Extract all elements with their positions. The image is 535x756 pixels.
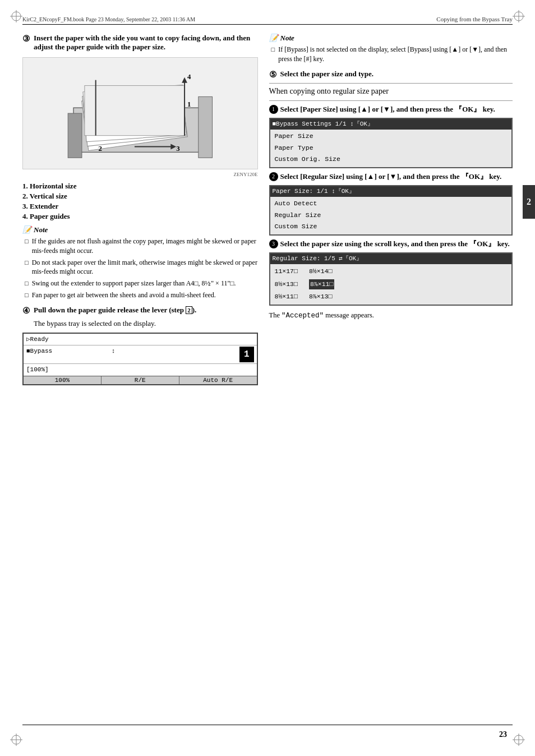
lcd-paper-size-header: Paper Size: 1/1 ↕『OK』 — [270, 186, 511, 197]
note-left-item-2: Do not stack paper over the limit mark, … — [25, 258, 258, 277]
chapter-tab-number: 2 — [527, 197, 531, 207]
lcd-bypass-row-1: Paper Size — [274, 131, 508, 142]
corner-mark-bl — [10, 734, 22, 746]
lcd-percent-row: [100%] — [24, 364, 257, 376]
numbered-list: 1. Horizontal size 2. Vertical size 3. E… — [22, 182, 258, 221]
lcd-bypass-text: ■Bypass ↕ — [26, 347, 115, 362]
step4-number: ④ — [22, 306, 31, 316]
svg-marker-18 — [182, 77, 187, 83]
svg-rect-27 — [199, 96, 213, 158]
list-item-4: 4. Paper guides — [22, 212, 258, 221]
lcd-reg-8half-x11: 8½×11□ — [275, 292, 298, 302]
lcd-ready-row: ▷Ready — [24, 334, 257, 346]
step5-text: Select the paper size and type. — [280, 70, 374, 79]
svg-text:2: 2 — [99, 145, 102, 153]
note-right-label: Note — [280, 34, 294, 43]
svg-rect-26 — [68, 113, 82, 158]
svg-text:4: 4 — [187, 73, 191, 81]
list-item-3: 3. Extender — [22, 202, 258, 211]
right-column: 📝 Note If [Bypass] is not selected on th… — [269, 34, 513, 722]
sub-step-1-circle: 1 — [269, 105, 278, 114]
step4-text: Pull down the paper guide release the le… — [34, 306, 196, 315]
bottom-divider — [22, 725, 513, 725]
note-label: Note — [34, 225, 48, 234]
page-number: 23 — [499, 730, 507, 739]
chapter-tab: 2 — [523, 185, 535, 219]
lcd-footer-re: R/E — [102, 376, 179, 384]
lcd-reg-8x13b: 8⅞×13□ — [309, 292, 332, 302]
note-right-header: 📝 Note — [269, 34, 513, 43]
note-right-item-1: If [Bypass] is not selected on the displ… — [271, 45, 513, 64]
lcd-regular-row-1: 11×17□ 8½×14□ — [274, 265, 508, 278]
lcd-regular-size: Regular Size: 1/5 ⇄『OK』 11×17□ 8½×14□ 8½… — [269, 252, 513, 306]
step3-number: ③ — [22, 34, 31, 44]
lcd-footer: 100% R/E Auto R/E — [24, 376, 257, 384]
list-item-1: 1. Horizontal size — [22, 182, 258, 191]
note-icon: 📝 — [22, 225, 31, 234]
lcd-bypass-num: 1 — [239, 347, 254, 362]
step4-header: ④ Pull down the paper guide release the … — [22, 306, 258, 316]
list-num-2: 2. — [22, 192, 30, 200]
note-left-item-4: Fan paper to get air between the sheets … — [25, 291, 258, 300]
when-copying-heading: When copying onto regular size paper — [269, 87, 513, 96]
lcd-reg-11x17: 11×17□ — [275, 266, 298, 276]
lcd-reg-8x13: 8½×13□ — [275, 279, 298, 289]
note-right: 📝 Note If [Bypass] is not selected on th… — [269, 34, 513, 64]
when-copying-divider — [269, 100, 513, 101]
lcd-regular-row-3: 8½×11□ 8⅞×13□ — [274, 291, 508, 303]
sub-step-3-text: Select the paper size using the scroll k… — [280, 239, 510, 249]
lcd-bypass-row-3: Custom Orig. Size — [274, 154, 508, 165]
list-num-3: 3. — [22, 202, 30, 210]
header-file: KirC2_ENcopyF_FM.book Page 23 Monday, Se… — [22, 16, 195, 22]
diagram-label: ZENY120E — [22, 172, 258, 177]
sub-step-3: 3 Select the paper size using the scroll… — [269, 239, 513, 249]
note-left-item-3: Swing out the extender to support paper … — [25, 279, 258, 288]
lcd-bypass-row: ■Bypass ↕ 1 — [24, 345, 257, 364]
lcd-footer-auto-re: Auto R/E — [179, 376, 257, 384]
sub-step-2-text: Select [Regular Size] using [▲] or [▼], … — [280, 172, 502, 182]
lcd-bypass-row-2: Paper Type — [274, 142, 508, 154]
list-item-2: 2. Vertical size — [22, 192, 258, 201]
lcd-percent-text: [100%] — [26, 366, 49, 373]
lcd-reg-8x14: 8½×14□ — [309, 266, 332, 276]
sub-step-3-circle: 3 — [269, 239, 278, 248]
paper-diagram-svg: 4 1 2 3 — [35, 63, 246, 163]
step5-header: ⑤ Select the paper size and type. — [269, 70, 513, 80]
page-header: KirC2_ENcopyF_FM.book Page 23 Monday, Se… — [22, 16, 513, 25]
lcd-footer-100: 100% — [24, 376, 102, 384]
paper-diagram: 4 1 2 3 — [22, 57, 258, 169]
sub-step-1-text: Select [Paper Size] using [▲] or [▼], an… — [280, 104, 495, 114]
step4-para: The bypass tray is selected on the displ… — [34, 319, 258, 328]
main-content: ③ Insert the paper with the side you wan… — [22, 34, 513, 722]
step4-section: ④ Pull down the paper guide release the … — [22, 306, 258, 385]
sub-step-2: 2 Select [Regular Size] using [▲] or [▼]… — [269, 172, 513, 182]
step5-number: ⑤ — [269, 70, 278, 80]
left-column: ③ Insert the paper with the side you wan… — [22, 34, 258, 722]
note-left-header: 📝 Note — [22, 225, 258, 234]
svg-text:3: 3 — [176, 145, 179, 153]
lcd-reg-8x11-hl: 8⅞×11□ — [309, 279, 334, 289]
svg-rect-16 — [85, 86, 185, 136]
note-left-item-1: If the guides are not flush against the … — [25, 237, 258, 256]
step3-text: Insert the paper with the side you want … — [34, 34, 258, 52]
corner-mark-br — [513, 734, 525, 746]
lcd-regular-size-header: Regular Size: 1/5 ⇄『OK』 — [270, 253, 511, 265]
lcd-paper-size-row-1: Auto Detect — [274, 198, 508, 209]
lcd-regular-row-2: 8½×13□ 8⅞×11□ — [274, 278, 508, 291]
lcd-ready-display: ▷Ready ■Bypass ↕ 1 [100%] 100% R/E Auto … — [22, 333, 258, 385]
lcd-paper-size-row-3: Custom Size — [274, 221, 508, 232]
header-title: Copying from the Bypass Tray — [436, 16, 513, 22]
corner-mark-tl — [10, 10, 22, 22]
note-right-icon: 📝 — [269, 34, 278, 43]
lcd-bypass-header: ■Bypass Settings 1/1 ↕『OK』 — [270, 119, 511, 130]
svg-text:1: 1 — [187, 100, 191, 108]
sub-step-1: 1 Select [Paper Size] using [▲] or [▼], … — [269, 104, 513, 114]
list-num-1: 1. — [22, 182, 30, 190]
note-left: 📝 Note If the guides are not flush again… — [22, 225, 258, 300]
list-num-4: 4. — [22, 212, 30, 220]
section-divider — [269, 83, 513, 84]
lcd-paper-size-row-2: Regular Size — [274, 210, 508, 221]
step3-header: ③ Insert the paper with the side you wan… — [22, 34, 258, 52]
sub-step-2-circle: 2 — [269, 172, 278, 181]
corner-mark-tr — [513, 10, 525, 22]
